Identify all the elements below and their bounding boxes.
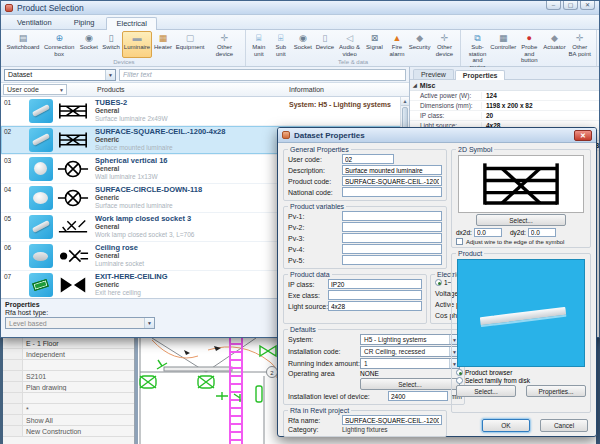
ribbon-button-controller[interactable]: ▦Controller: [492, 31, 515, 71]
pv-3-input[interactable]: [342, 233, 442, 243]
tree-row-[interactable]: *: [3, 404, 134, 415]
dialog-title-bar[interactable]: Dataset Properties ✕: [278, 128, 596, 143]
rfa-host-type-dropdown[interactable]: Level based ▼: [5, 317, 155, 329]
title-bar[interactable]: Product Selection –▢✕: [1, 1, 599, 15]
ribbon-group-devices: ▤Switchboard⊕Connection box◉Socket▯Switc…: [3, 30, 246, 66]
property-label: Dimensions (mm):: [410, 102, 482, 109]
ribbon-button-security[interactable]: ◆Security: [409, 31, 431, 58]
pv-2-input[interactable]: [342, 222, 442, 232]
ribbon-button-heater[interactable]: ▦Heater: [152, 31, 174, 58]
side-tab-properties[interactable]: Properties: [455, 70, 506, 80]
product-properties-button[interactable]: Properties...: [526, 385, 586, 397]
dataset-dropdown[interactable]: Dataset ▼: [4, 69, 116, 81]
ribbon-button-socket[interactable]: ◉Socket: [78, 31, 101, 58]
exe-class-input[interactable]: [328, 290, 422, 300]
phase-radio-1[interactable]: 1~: [435, 279, 451, 286]
ribbon-button-label: Sub unit: [273, 44, 289, 57]
ribbon-button-actuator[interactable]: ◆Actuator: [543, 31, 565, 71]
ribbon-button-sub-station-and-router[interactable]: ⧉Sub-station and router: [463, 31, 492, 71]
close-icon[interactable]: ✕: [574, 130, 592, 141]
radio-product-browser[interactable]: Product browser: [456, 369, 586, 376]
information-column-header[interactable]: Information: [289, 86, 324, 93]
tree-row-s2101[interactable]: S2101: [3, 371, 134, 382]
tree-row-plan-drawing[interactable]: Plan drawing: [3, 382, 134, 393]
ribbon-button-other-device[interactable]: ✛Other device: [431, 31, 459, 58]
product-code-input[interactable]: [342, 176, 442, 186]
installation-code-dropdown[interactable]: CR Ceiling, recessed ▼: [360, 346, 460, 357]
ribbon-button-socket[interactable]: ◉Socket: [292, 31, 314, 58]
ribbon-button-label: Other BA point: [568, 44, 591, 57]
tree-row-show-all[interactable]: Show All: [3, 415, 134, 426]
maximize-button[interactable]: ▢: [563, 1, 578, 10]
dy2d-input[interactable]: [528, 228, 556, 237]
defaults-group: Defaults System: H5 - Lighting systems ▼…: [283, 326, 465, 405]
audio-video-icon: ◁: [346, 33, 353, 43]
ribbon-button-luminaire[interactable]: ▬Luminaire: [122, 31, 152, 58]
ribbon-button-switchboard[interactable]: ▤Switchboard: [5, 31, 41, 58]
description-input[interactable]: [342, 165, 442, 175]
national-code-input[interactable]: [342, 187, 442, 197]
pv-4-input[interactable]: [342, 244, 442, 254]
ribbon-button-sub-unit[interactable]: ⌹Sub unit: [270, 31, 292, 58]
scroll-up-icon[interactable]: ▲: [401, 97, 409, 106]
ribbon: ▤Switchboard⊕Connection box◉Socket▯Switc…: [1, 30, 599, 67]
close-button[interactable]: ✕: [580, 1, 595, 10]
side-tab-preview[interactable]: Preview: [413, 69, 454, 79]
product-thumbnail-exit-icon: [29, 273, 53, 297]
product-select-button[interactable]: Select...: [456, 385, 516, 397]
ribbon-button-signal[interactable]: ⊠Signal: [363, 31, 385, 58]
running-index-dropdown[interactable]: 1 ▼: [360, 358, 460, 369]
ribbon-button-equipment[interactable]: ▢Equipment: [174, 31, 206, 58]
tele-socket-icon: ◉: [299, 33, 307, 43]
ribbon-button-other-device[interactable]: ✛Other device: [206, 31, 243, 58]
tree-row-new-construction[interactable]: New Construction: [3, 426, 134, 437]
ribbon-button-label: Switch: [102, 44, 120, 51]
adjust-wire-checkbox[interactable]: [456, 238, 463, 245]
user-code: 06: [1, 242, 29, 251]
luminaire-icon: ▬: [133, 33, 142, 43]
tab-ventilation[interactable]: Ventilation: [7, 16, 62, 29]
ribbon-button-audio-video[interactable]: ◁Audio & video: [336, 31, 364, 58]
installation-level-input[interactable]: [388, 391, 448, 401]
light-source-input[interactable]: [328, 301, 422, 311]
cancel-button[interactable]: Cancel: [540, 419, 588, 432]
radio-select-family-from-disk[interactable]: Select family from disk: [456, 377, 586, 384]
property-group-misc[interactable]: ◢ Misc: [410, 80, 599, 91]
ribbon-button-label: Switchboard: [6, 44, 39, 51]
user-code-input[interactable]: [342, 154, 394, 164]
product-description: Surface luminaire 2x49W: [95, 115, 409, 123]
dx2d-input[interactable]: [474, 228, 502, 237]
tree-row-empty: [3, 393, 134, 404]
tab-electrical[interactable]: Electrical: [106, 17, 156, 30]
minimize-button[interactable]: –: [546, 1, 561, 10]
ribbon-button-probe-and-button[interactable]: ●Probe and button: [515, 31, 544, 71]
window-title: Product Selection: [17, 3, 84, 13]
pv-5-input[interactable]: [342, 255, 442, 265]
system-dropdown[interactable]: H5 - Lighting systems ▼: [360, 334, 460, 345]
products-column-header[interactable]: Products: [97, 86, 125, 93]
product-row-tubes-2[interactable]: 01TUBES-2GeneralSurface luminaire 2x49WS…: [1, 97, 409, 126]
ribbon-button-fire-alarm[interactable]: ▲Fire alarm: [385, 31, 408, 58]
symbol-rose-icon: [57, 246, 89, 266]
ok-button[interactable]: OK: [482, 419, 530, 432]
tree-row-e-1-floor[interactable]: E - 1 Floor: [3, 338, 134, 349]
symbol-select-button[interactable]: Select...: [476, 214, 566, 226]
ribbon-button-label: Security: [409, 44, 431, 51]
pv-1-input[interactable]: [342, 211, 442, 221]
ribbon-button-switch[interactable]: ▯Switch: [100, 31, 122, 58]
ribbon-button-other-ba-point[interactable]: ✛Other BA point: [565, 31, 594, 71]
general-properties-group: General Properties User code:Description…: [283, 146, 447, 201]
ribbon-button-main-unit[interactable]: ⌸Main unit: [248, 31, 270, 58]
ip-class-input[interactable]: [328, 279, 422, 289]
ribbon-button-label: Other device: [209, 44, 240, 57]
ribbon-button-device[interactable]: ▯Device: [314, 31, 336, 58]
tab-piping[interactable]: Piping: [64, 16, 105, 29]
ribbon-button-connection-box[interactable]: ⊕Connection box: [41, 31, 78, 58]
operating-area-select-button[interactable]: Select...: [360, 378, 460, 390]
filter-input[interactable]: [119, 69, 406, 81]
ribbon-button-label: Main unit: [251, 44, 267, 57]
ribbon-button-label: Other device: [434, 44, 456, 57]
user-code-column-header[interactable]: User code ▼: [3, 84, 67, 95]
heater-icon: ▦: [159, 33, 168, 43]
tree-row-independent[interactable]: Independent: [3, 349, 134, 360]
